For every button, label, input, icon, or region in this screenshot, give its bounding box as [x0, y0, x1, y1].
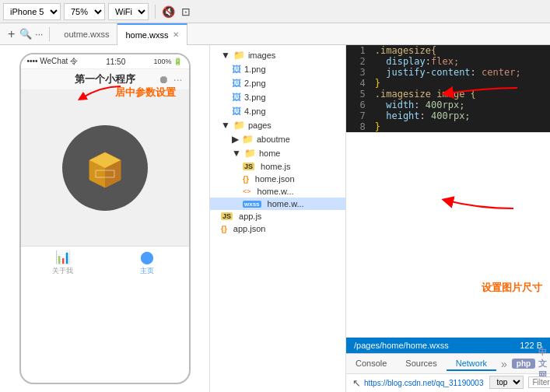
device-select[interactable]: iPhone 5 — [3, 3, 61, 20]
tree-4png-label: 4.png — [244, 107, 266, 116]
top-select[interactable]: top — [489, 376, 524, 389]
tab-add-button[interactable]: + — [3, 27, 19, 41]
line-content-4: } — [372, 78, 550, 89]
line-content-5: .imagesize image { — [372, 89, 550, 100]
tab-search-button[interactable]: 🔍 — [19, 28, 32, 40]
php-badge: php — [512, 359, 535, 369]
chevron-right-icon-aboutme: ▶ — [232, 134, 239, 145]
tree-home-wxml[interactable]: <> home.w... — [210, 185, 345, 198]
code-line-3: 3 justify-content: center; — [346, 67, 550, 78]
aboutme-folder-icon: 📁 — [242, 134, 254, 145]
code-line-5: 5 .imagesize image { — [346, 89, 550, 100]
tree-home-wxml-label: home.w... — [257, 187, 294, 196]
wxml-file-icon: <> — [243, 187, 251, 195]
phone-tab-about[interactable]: 📊 关于我 — [21, 247, 105, 279]
phone-tab-about-label: 关于我 — [52, 266, 73, 276]
tree-home-json[interactable]: {} home.json — [210, 173, 345, 185]
tab-outme-label: outme.wxss — [64, 30, 109, 39]
tree-aboutme-folder[interactable]: ▶ 📁 aboutme — [210, 132, 345, 146]
pages-folder-icon: 📁 — [233, 120, 245, 131]
phone-simulator: •••• WeChat 令 11:50 100% 🔋 第一个小程序 ··· ⏺ — [0, 45, 210, 392]
phone-tab-home[interactable]: ⬤ 主页 — [105, 247, 189, 279]
line-num-7: 7 — [346, 110, 372, 121]
code-line-8: 8 } — [346, 121, 550, 132]
zoom-select[interactable]: 75% — [64, 3, 105, 20]
app-js-icon: JS — [221, 212, 233, 220]
code-line-7: 7 height: 400rpx; — [346, 110, 550, 121]
tree-home-js-label: home.js — [261, 162, 291, 171]
tree-1png[interactable]: 🖼 1.png — [210, 62, 345, 76]
filter-input[interactable] — [528, 376, 550, 388]
tab-more-button[interactable]: ··· — [32, 29, 46, 40]
bottom-tab-console[interactable]: Console — [346, 357, 396, 371]
app-json-icon: {} — [221, 225, 227, 233]
code-editor[interactable]: 1 .imagesize{ 2 display:flex; 3 justify-… — [346, 45, 550, 132]
mute-button[interactable]: 🔇 — [159, 4, 178, 19]
image-icon-2: 🖼 — [232, 78, 241, 89]
phone-wrapper: •••• WeChat 令 11:50 100% 🔋 第一个小程序 ··· ⏺ — [0, 45, 209, 392]
tree-app-js-label: app.js — [239, 212, 261, 221]
main-area: •••• WeChat 令 11:50 100% 🔋 第一个小程序 ··· ⏺ — [0, 45, 550, 392]
line-content-6: width: 400rpx; — [372, 100, 550, 110]
bottom-url: https://blog.csdn.net/qq_31190003 — [364, 379, 483, 387]
phone-annotation-container: •••• WeChat 令 11:50 100% 🔋 第一个小程序 ··· ⏺ — [0, 45, 209, 392]
wxss-file-icon: wxss — [243, 201, 261, 208]
line-content-2: display:flex; — [372, 56, 550, 67]
tree-home-js[interactable]: JS home.js — [210, 160, 345, 173]
chevron-down-icon: ▼ — [221, 50, 230, 61]
bottom-left-controls: ↖ https://blog.csdn.net/qq_31190003 — [352, 377, 483, 389]
image-icon-4: 🖼 — [232, 106, 241, 117]
folder-icon: 📁 — [233, 50, 245, 61]
phone-time: 11:50 — [106, 58, 125, 66]
tree-home-wxss[interactable]: wxss home.w... — [210, 198, 345, 210]
code-editor-container: 1 .imagesize{ 2 display:flex; 3 justify-… — [346, 45, 550, 338]
right-panel: 1 .imagesize{ 2 display:flex; 3 justify-… — [346, 45, 550, 392]
tree-aboutme-label: aboutme — [257, 135, 290, 144]
tree-home-folder[interactable]: ▼ 📁 home — [210, 146, 345, 160]
toolbar-separator-1 — [155, 5, 156, 19]
phone-nav-title: 第一个小程序 — [75, 72, 135, 86]
tree-app-json-label: app.json — [233, 224, 266, 233]
tree-app-json[interactable]: {} app.json — [210, 222, 345, 235]
tab-home-wxss[interactable]: home.wxss ✕ — [117, 23, 187, 45]
chevron-down-icon-home: ▼ — [232, 148, 241, 159]
phone-frame: •••• WeChat 令 11:50 100% 🔋 第一个小程序 ··· ⏺ — [19, 53, 191, 384]
battery-icon: 🔋 — [173, 58, 182, 65]
bottom-tab-network[interactable]: Network — [447, 357, 496, 371]
code-line-6: 6 width: 400rpx; — [346, 100, 550, 110]
phone-record-icon: ⏺ — [158, 73, 169, 86]
bottom-tab-more[interactable]: » — [496, 358, 512, 370]
code-line-1: 1 .imagesize{ — [346, 45, 550, 56]
fullscreen-button[interactable]: ⊡ — [178, 4, 194, 19]
tab-close-icon[interactable]: ✕ — [173, 30, 179, 39]
tree-app-js[interactable]: JS app.js — [210, 210, 345, 222]
battery-label: 100% — [153, 58, 171, 65]
line-num-8: 8 — [346, 121, 372, 132]
tree-4png[interactable]: 🖼 4.png — [210, 104, 345, 118]
tree-home-json-label: home.json — [255, 174, 295, 184]
tree-images-folder[interactable]: ▼ 📁 images — [210, 48, 345, 62]
line-num-5: 5 — [346, 89, 372, 100]
bottom-tabs: Console Sources Network » php 中文网 — [346, 354, 550, 374]
phone-tab-home-icon: ⬤ — [140, 250, 154, 264]
phone-status-icons: 100% 🔋 — [153, 58, 182, 65]
cursor-icon: ↖ — [352, 377, 361, 389]
phone-tab-home-label: 主页 — [140, 266, 154, 276]
bottom-panel: Console Sources Network » php 中文网 ↖ http… — [346, 353, 550, 392]
line-num-4: 4 — [346, 78, 372, 89]
tree-3png[interactable]: 🖼 3.png — [210, 90, 345, 104]
network-select[interactable]: WiFi — [108, 3, 149, 20]
tab-outme-wxss[interactable]: outme.wxss — [56, 23, 117, 45]
line-num-1: 1 — [346, 45, 372, 56]
phone-content — [21, 90, 189, 246]
bottom-tab-sources[interactable]: Sources — [396, 357, 446, 371]
code-line-2: 2 display:flex; — [346, 56, 550, 67]
phone-nav-bar: 第一个小程序 ··· ⏺ — [21, 69, 189, 90]
file-path: /pages/home/home.wxss — [354, 341, 449, 350]
top-toolbar: iPhone 5 75% WiFi 🔇 ⊡ — [0, 0, 550, 23]
tree-2png[interactable]: 🖼 2.png — [210, 76, 345, 90]
chevron-down-icon-pages: ▼ — [221, 120, 230, 131]
bottom-content: ↖ https://blog.csdn.net/qq_31190003 top — [346, 374, 550, 392]
tree-pages-folder[interactable]: ▼ 📁 pages — [210, 118, 345, 132]
json-file-icon: {} — [243, 175, 249, 184]
